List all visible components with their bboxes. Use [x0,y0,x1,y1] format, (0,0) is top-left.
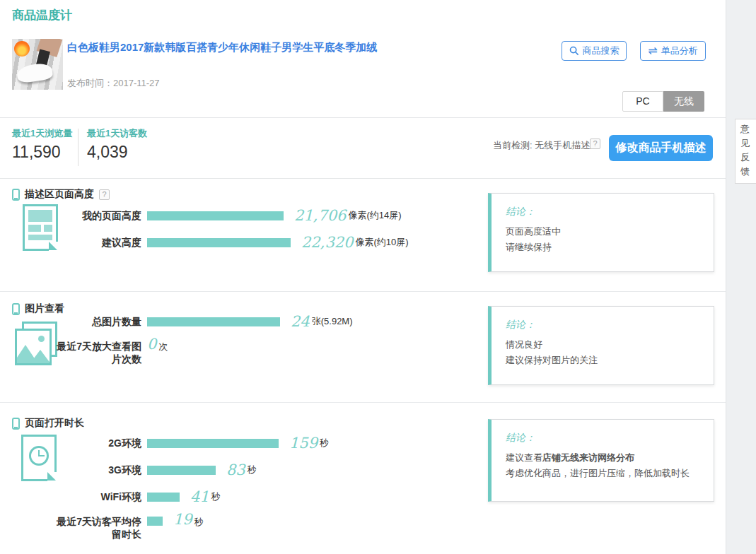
conclusion-title: 结论： [506,206,703,218]
stat-visitors-label: 最近1天访客数 [87,127,147,140]
phone-icon [12,418,20,430]
edit-mobile-description-button[interactable]: 修改商品手机描述 [609,135,713,161]
pc-wireless-toggle: PC 无线 [622,91,704,112]
conclusion-line: 页面高度适中 [506,224,703,240]
section-image-views: 图片查看 总图片数量 24 张(5.92M) 最近7天放大查看图片次数 0 次 … [0,292,726,403]
page-title: 商品温度计 [12,7,72,23]
stat-views: 最近1天浏览量 11,590 [12,127,72,162]
detect-help-icon[interactable]: ? [590,138,600,149]
section-open-time: 页面打开时长 2G环境 159 秒 3G环境 83 秒 WiFi环境 41 [0,403,726,554]
right-rail [726,0,756,554]
metric-unit: 像素(约14屏) [348,209,401,222]
conclusion-box: 结论： 建议查看店铺无线来访网络分布 考虑优化商品，进行图片压缩，降低加载时长 [488,419,714,502]
metric-label: 建议高度 [50,236,141,249]
metric-value: 159 [289,435,318,452]
metric-row: 最近7天放大查看图片次数 0 次 [0,340,353,365]
stats-bar: 最近1天浏览量 11,590 最近1天访客数 4,039 当前检测: 无线手机描… [0,118,726,179]
metric-row: 总图片数量 24 张(5.92M) [0,313,353,330]
product-thumbnail[interactable] [12,39,63,90]
metric-bar [147,238,291,247]
metric-row: 3G环境 83 秒 [0,461,329,478]
conclusion-box: 结论： 情况良好 建议保持对图片的关注 [488,306,714,385]
toggle-pc[interactable]: PC [622,91,663,112]
metric-bar [147,466,216,475]
conclusion-line: 建议查看店铺无线来访网络分布 [506,450,703,466]
section-page-height-help-icon[interactable]: ? [99,189,110,200]
metric-label: 3G环境 [50,464,141,476]
header: 商品温度计 白色板鞋男2017新款韩版百搭青少年休闲鞋子男学生平底冬季加绒 发布… [0,0,726,118]
product-title-link[interactable]: 白色板鞋男2017新款韩版百搭青少年休闲鞋子男学生平底冬季加绒 [67,40,520,54]
metric-row: WiFi环境 41 秒 [0,488,329,505]
metric-unit: 秒 [211,490,221,503]
product-search-button[interactable]: 商品搜索 [562,41,627,61]
section-page-height-title: 描述区页面高度 [25,188,94,201]
section-page-height: 描述区页面高度 ? 我的页面高度 21,706 像素(约14屏) 建议高度 22… [0,179,726,292]
metric-label: 我的页面高度 [50,209,141,222]
stat-visitors: 最近1天访客数 4,039 [87,127,147,162]
stat-visitors-value: 4,039 [87,143,147,162]
metric-bar [147,317,280,326]
stat-views-label: 最近1天浏览量 [12,127,72,140]
metric-unit: 秒 [194,516,204,529]
conclusion-title: 结论： [506,319,703,331]
metric-label: 最近7天访客平均停留时长 [50,515,141,541]
metric-unit: 秒 [320,437,329,449]
metric-unit: 次 [158,341,168,353]
metric-unit: 秒 [248,464,257,476]
swap-arrows-icon: ⇌ [648,45,657,57]
metric-unit: 像素(约10屏) [355,236,408,249]
metric-bar [147,493,180,502]
metric-row: 2G环境 159 秒 [0,435,329,452]
metric-value: 19 [173,511,192,528]
toggle-wireless[interactable]: 无线 [663,91,704,112]
metric-label: 最近7天放大查看图片次数 [50,340,141,365]
metric-label: WiFi环境 [50,490,141,503]
stat-divider [78,129,78,166]
conclusion-line: 建议保持对图片的关注 [506,353,703,368]
conclusion-title: 结论： [506,432,703,444]
feedback-tab[interactable]: 意见 反馈 [735,119,756,184]
metric-label: 总图片数量 [50,315,141,328]
metric-value: 21,706 [294,207,346,224]
feedback-tab-line1: 意见 [740,124,750,148]
metric-row: 最近7天访客平均停留时长 19 秒 [0,515,329,541]
stat-views-value: 11,590 [12,143,72,162]
single-item-analysis-label: 单品分析 [661,45,698,57]
metric-bar [147,439,279,448]
publish-time: 发布时间：2017-11-27 [67,77,160,90]
conclusion-line: 情况良好 [506,337,703,353]
section-open-time-title: 页面打开时长 [25,417,84,430]
conclusion-line: 考虑优化商品，进行图片压缩，降低加载时长 [506,466,703,481]
metric-value: 22,320 [301,234,353,251]
metric-value: 83 [226,461,245,478]
hot-sale-badge-icon [14,41,30,57]
conclusion-box: 结论： 页面高度适中 请继续保持 [488,193,714,272]
metric-value: 24 [291,313,310,330]
search-icon [569,46,579,56]
metric-bar [147,211,284,220]
metric-value: 41 [190,488,209,505]
main-content: 商品温度计 白色板鞋男2017新款韩版百搭青少年休闲鞋子男学生平底冬季加绒 发布… [0,0,726,554]
conclusion-line: 请继续保持 [506,240,703,255]
product-search-label: 商品搜索 [583,45,620,57]
metric-bar [147,517,163,526]
phone-icon [12,189,20,201]
current-detect-label: 当前检测: 无线手机描述版 [493,139,599,152]
metric-unit: 张(5.92M) [312,315,353,328]
metric-value: 0 [147,336,156,353]
metric-row: 我的页面高度 21,706 像素(约14屏) [0,207,409,224]
single-item-analysis-button[interactable]: ⇌ 单品分析 [640,41,706,61]
metric-label: 2G环境 [50,437,141,449]
feedback-tab-line2: 反馈 [740,152,750,177]
metric-row: 建议高度 22,320 像素(约10屏) [0,234,409,251]
